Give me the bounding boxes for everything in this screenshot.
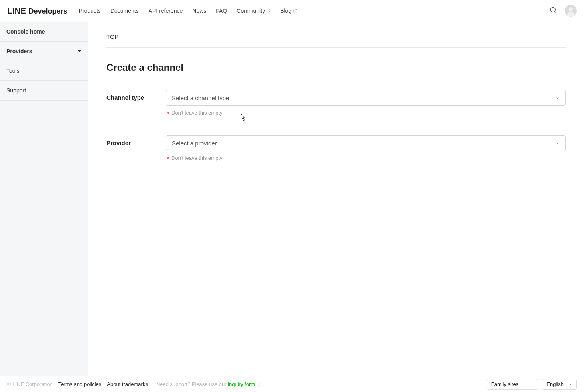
nav-label: API reference (149, 8, 183, 14)
sidebar-item-tools[interactable]: Tools (0, 61, 88, 81)
search-button[interactable] (550, 6, 557, 15)
family-sites-label: Family sites (491, 381, 519, 387)
svg-point-0 (550, 7, 555, 12)
external-link-icon (267, 9, 271, 13)
nav-faq[interactable]: FAQ (216, 8, 227, 14)
nav-news[interactable]: News (192, 8, 206, 14)
caret-down-icon (78, 50, 81, 52)
nav-label: Blog (280, 8, 291, 14)
error-text: Don't leave this empty (171, 155, 223, 161)
logo-line: LINE (7, 6, 26, 16)
svg-point-2 (569, 7, 573, 12)
nav-label: Community (237, 8, 265, 14)
main-content: TOP Create a channel Channel type Select… (88, 22, 584, 376)
support-prefix: Need support? Please use our (156, 381, 228, 387)
sidebar-item-support[interactable]: Support (0, 81, 88, 101)
nav-label: FAQ (216, 8, 227, 14)
nav-products[interactable]: Products (79, 8, 101, 14)
footer-left: © LINE Corporation Terms and policies Ab… (7, 381, 263, 387)
footer-right: Family sites English (487, 379, 577, 390)
channel-type-select[interactable]: Select a channel type (166, 90, 566, 106)
language-label: English (546, 381, 564, 387)
breadcrumb[interactable]: TOP (106, 22, 566, 48)
family-sites-select[interactable]: Family sites (487, 379, 538, 390)
footer-copyright: © LINE Corporation (7, 381, 53, 387)
sidebar-item-label: Tools (6, 68, 20, 74)
sidebar-item-label: Providers (6, 48, 32, 54)
nav-label: Documents (110, 8, 139, 14)
sidebar: Console home Providers Tools Support (0, 22, 88, 376)
nav-blog[interactable]: Blog (280, 8, 297, 14)
logo-developers: Developers (29, 7, 68, 16)
page-title: Create a channel (106, 48, 566, 83)
sidebar-item-label: Console home (6, 28, 45, 35)
footer-terms-link[interactable]: Terms and policies (58, 381, 102, 387)
sidebar-item-label: Support (6, 87, 26, 94)
channel-type-control: Select a channel type ✕ Don't leave this… (166, 90, 566, 116)
logo[interactable]: LINE Developers (7, 6, 68, 16)
avatar-icon (565, 5, 577, 17)
channel-type-label: Channel type (106, 90, 166, 116)
nav-label: News (192, 8, 206, 14)
chevron-down-icon (569, 383, 572, 386)
body: Console home Providers Tools Support TOP… (0, 22, 584, 376)
external-link-icon (293, 9, 297, 13)
external-link-icon (257, 383, 261, 387)
sidebar-item-providers[interactable]: Providers (0, 42, 88, 61)
provider-control: Select a provider ✕ Don't leave this emp… (166, 135, 566, 161)
form-row-provider: Provider Select a provider ✕ Don't leave… (106, 128, 566, 173)
chevron-down-icon (530, 383, 534, 386)
footer-support-text: Need support? Please use our inquiry for… (156, 381, 263, 387)
inquiry-form-link[interactable]: inquiry form (228, 381, 255, 387)
svg-line-1 (554, 11, 556, 12)
sidebar-item-console-home[interactable]: Console home (0, 22, 88, 42)
error-x-icon: ✕ (166, 110, 170, 116)
footer: © LINE Corporation Terms and policies Ab… (0, 376, 584, 392)
form-row-channel-type: Channel type Select a channel type ✕ Don… (106, 83, 566, 128)
search-icon (550, 6, 557, 14)
top-nav: LINE Developers Products Documents API r… (0, 0, 584, 22)
language-select[interactable]: English (542, 379, 577, 390)
nav-label: Products (79, 8, 101, 14)
error-x-icon: ✕ (166, 155, 170, 161)
chevron-down-icon (556, 96, 560, 100)
avatar[interactable] (565, 5, 577, 17)
provider-select[interactable]: Select a provider (166, 135, 566, 151)
channel-type-error: ✕ Don't leave this empty (166, 110, 566, 116)
provider-error: ✕ Don't leave this empty (166, 155, 566, 161)
nav-api-reference[interactable]: API reference (149, 8, 183, 14)
nav-documents[interactable]: Documents (110, 8, 139, 14)
topnav-right (550, 5, 577, 17)
footer-trademarks-link[interactable]: About trademarks (107, 381, 148, 387)
nav-items: Products Documents API reference News FA… (79, 8, 550, 14)
support-suffix: . (261, 381, 263, 387)
nav-community[interactable]: Community (237, 8, 271, 14)
error-text: Don't leave this empty (171, 110, 223, 116)
select-placeholder: Select a provider (172, 140, 217, 147)
chevron-down-icon (556, 141, 560, 145)
provider-label: Provider (106, 135, 166, 161)
select-placeholder: Select a channel type (172, 94, 229, 101)
